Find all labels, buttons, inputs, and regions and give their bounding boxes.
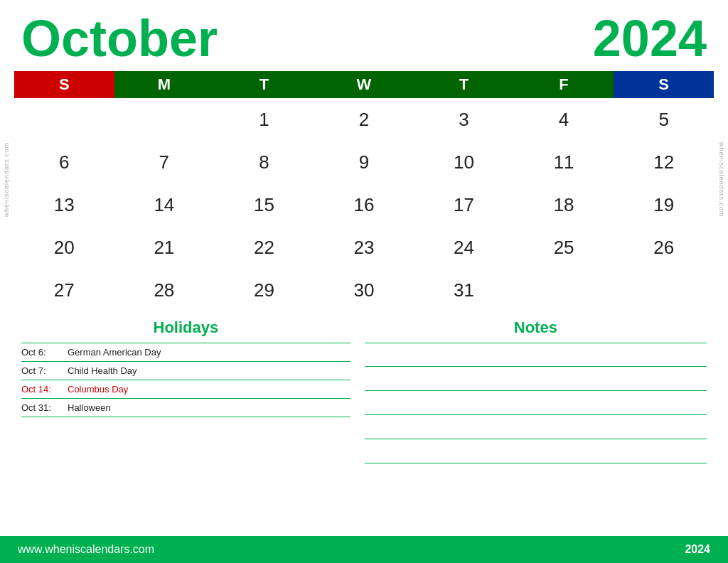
calendar-day: 12 [614,141,714,183]
calendar-day: 14 [114,183,215,226]
calendar-day: 6 [14,141,114,183]
holiday-date: Oct 31: [21,402,68,413]
header-sunday: S [14,71,114,98]
header-wednesday: W [314,71,414,98]
calendar-day: 21 [114,226,215,269]
header-saturday: S [614,71,714,98]
holiday-item: Oct 14:Columbus Day [21,380,350,398]
calendar-day: 29 [214,269,314,311]
holiday-date: Oct 6: [21,347,68,358]
calendar-row: 20212223242526 [14,226,714,269]
calendar-day: 24 [414,226,514,269]
calendar-day: 18 [514,183,614,226]
calendar-row: 6789101112 [14,141,714,183]
calendar-day: 30 [314,269,414,311]
calendar-day: 9 [314,141,414,183]
holiday-date: Oct 14: [21,384,68,395]
calendar-day: 3 [414,98,514,141]
header-tuesday: T [214,71,314,98]
calendar-day: 19 [614,183,714,226]
calendar-day: 4 [514,98,614,141]
calendar-page: wheniscalendars.com wheniscalendars.com … [0,0,728,563]
calendar-day: 15 [214,183,314,226]
header-friday: F [514,71,614,98]
calendar-day: 28 [114,269,215,311]
calendar-day: 8 [214,141,314,183]
calendar-day: 1 [214,98,314,141]
year-title: 2024 [593,13,707,64]
holiday-name: Halloween [68,402,111,413]
footer-url: www.wheniscalendars.com [18,543,154,556]
calendar-day: 16 [314,183,414,226]
calendar-day [14,98,114,141]
holiday-name: Child Health Day [68,365,137,376]
calendar-day: 26 [614,226,714,269]
calendar-row: 13141516171819 [14,183,714,226]
calendar-day: 17 [414,183,514,226]
watermark-right: wheniscalendars.com [718,142,725,218]
calendar-day: 27 [14,269,114,311]
watermark-left: wheniscalendars.com [3,142,10,218]
header-monday: M [114,71,215,98]
footer-year: 2024 [685,543,710,556]
notes-title: Notes [365,318,707,337]
note-line [365,343,707,367]
holiday-name: Columbus Day [68,384,128,395]
calendar-body: 1234567891011121314151617181920212223242… [14,98,714,311]
holidays-title: Holidays [21,318,350,337]
holidays-list: Oct 6:German American DayOct 7:Child Hea… [21,343,350,417]
note-line [365,367,707,391]
header-thursday: T [414,71,514,98]
month-title: October [21,13,218,64]
calendar-section: S M T W T F S 12345678910111213141516171… [0,71,728,311]
calendar-day: 5 [614,98,714,141]
calendar-day: 7 [114,141,215,183]
weekday-header-row: S M T W T F S [14,71,714,98]
calendar-day [114,98,215,141]
note-line [365,415,707,439]
holiday-item: Oct 31:Halloween [21,398,350,417]
calendar-day: 11 [514,141,614,183]
calendar-day: 20 [14,226,114,269]
calendar-day [514,269,614,311]
calendar-day: 23 [314,226,414,269]
holiday-name: German American Day [68,347,161,358]
calendar-day [614,269,714,311]
calendar-row: 12345 [14,98,714,141]
calendar-footer: www.wheniscalendars.com 2024 [0,536,728,563]
holiday-item: Oct 7:Child Health Day [21,361,350,380]
calendar-day: 2 [314,98,414,141]
calendar-day: 31 [414,269,514,311]
holiday-item: Oct 6:German American Day [21,343,350,361]
note-line [365,439,707,463]
calendar-day: 10 [414,141,514,183]
holidays-column: Holidays Oct 6:German American DayOct 7:… [21,318,350,536]
calendar-table: S M T W T F S 12345678910111213141516171… [14,71,714,311]
holiday-date: Oct 7: [21,365,68,376]
bottom-section: Holidays Oct 6:German American DayOct 7:… [0,311,728,536]
calendar-row: 2728293031 [14,269,714,311]
calendar-day: 25 [514,226,614,269]
calendar-day: 13 [14,183,114,226]
notes-lines [365,343,707,463]
calendar-day: 22 [214,226,314,269]
calendar-header: October 2024 [0,0,728,71]
notes-column: Notes [350,318,707,536]
note-line [365,391,707,415]
